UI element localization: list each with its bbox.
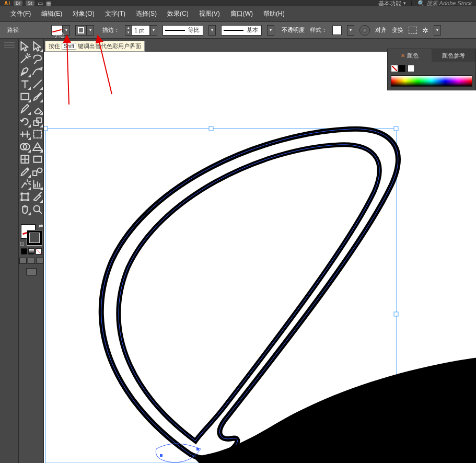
width-profile-dropdown[interactable]: ▾ bbox=[208, 25, 216, 36]
transform-link[interactable]: 变换 bbox=[392, 26, 403, 34]
stock-search[interactable]: 🔍 搜索 Adobe Stock bbox=[417, 0, 472, 7]
bridge-tab[interactable]: Br bbox=[14, 1, 22, 6]
stroke-weight-stepper[interactable]: ▴ ▾ 1 pt ▾ bbox=[125, 25, 157, 36]
draw-mode-normal[interactable] bbox=[19, 258, 27, 264]
zoom-tool[interactable] bbox=[31, 203, 44, 216]
screen-mode-button[interactable] bbox=[26, 268, 37, 275]
stroke-swatch-dropdown[interactable]: ▾ bbox=[87, 25, 94, 36]
recolor-artwork-icon[interactable] bbox=[359, 25, 370, 36]
gradient-tool[interactable] bbox=[31, 153, 44, 166]
pencil-tool[interactable] bbox=[19, 103, 31, 115]
select-similar-dropdown[interactable]: ▾ bbox=[434, 25, 441, 36]
selection-tool[interactable] bbox=[19, 40, 31, 53]
stroke-weight-field[interactable]: 1 pt bbox=[132, 25, 150, 36]
tool-panel: ⇄ ◱ bbox=[19, 39, 44, 463]
magic-wand-tool[interactable] bbox=[19, 53, 31, 65]
svg-rect-13 bbox=[44, 126, 48, 131]
eraser-tool[interactable] bbox=[31, 103, 44, 115]
menu-window[interactable]: 窗口(W) bbox=[225, 9, 258, 18]
workspace-switcher[interactable]: 基本功能 ▾ bbox=[378, 0, 406, 7]
menu-edit[interactable]: 编辑(E) bbox=[36, 9, 67, 18]
pen-tool[interactable] bbox=[19, 65, 31, 78]
svg-rect-10 bbox=[22, 194, 28, 200]
mesh-tool[interactable] bbox=[19, 153, 31, 166]
draw-mode-behind[interactable] bbox=[28, 258, 35, 264]
isolate-icon[interactable] bbox=[409, 27, 417, 34]
menu-type[interactable]: 文字(T) bbox=[100, 9, 131, 18]
color-mode-solid[interactable] bbox=[21, 248, 27, 254]
perspective-tool[interactable] bbox=[31, 141, 44, 153]
width-tool[interactable] bbox=[19, 128, 31, 141]
svg-rect-16 bbox=[394, 312, 398, 316]
stroke-weight-dropdown[interactable]: ▾ bbox=[150, 25, 157, 36]
color-panel[interactable]: ✕ 颜色 颜色参考 bbox=[387, 49, 476, 90]
grid-icon[interactable]: ▦ bbox=[46, 0, 51, 7]
shape-builder-tool[interactable] bbox=[19, 141, 31, 153]
color-mode-none[interactable] bbox=[36, 248, 42, 254]
menu-bar: 文件(F) 编辑(E) 对象(O) 文字(T) 选择(S) 效果(C) 视图(V… bbox=[0, 6, 476, 22]
stroke-weight-down[interactable]: ▾ bbox=[125, 30, 132, 36]
graphic-style-swatch[interactable] bbox=[332, 26, 342, 35]
menu-file[interactable]: 文件(F) bbox=[5, 9, 36, 18]
swap-fill-stroke-icon[interactable]: ⇄ bbox=[39, 223, 43, 229]
lasso-tool[interactable] bbox=[31, 53, 44, 65]
artboard-tool[interactable] bbox=[19, 191, 31, 203]
menu-object[interactable]: 对象(O) bbox=[67, 9, 99, 18]
brush-picker[interactable]: 基本 bbox=[221, 25, 262, 36]
stock-tab[interactable]: St bbox=[26, 1, 34, 6]
panel-white-swatch[interactable] bbox=[408, 65, 415, 72]
menu-effect[interactable]: 效果(C) bbox=[162, 9, 194, 18]
free-transform-tool[interactable] bbox=[31, 128, 44, 141]
tab-color-guide[interactable]: 颜色参考 bbox=[432, 49, 475, 62]
tab-color[interactable]: ✕ 颜色 bbox=[388, 49, 432, 62]
line-tool[interactable] bbox=[31, 78, 44, 90]
svg-rect-17 bbox=[160, 454, 162, 457]
svg-rect-7 bbox=[33, 156, 41, 163]
select-similar-icon[interactable]: ✲ bbox=[422, 26, 428, 34]
menu-view[interactable]: 视图(V) bbox=[194, 9, 225, 18]
blend-tool[interactable] bbox=[31, 166, 44, 178]
graphic-style-dropdown[interactable]: ▾ bbox=[347, 25, 354, 36]
draw-mode-inside[interactable] bbox=[36, 258, 43, 264]
hand-tool[interactable] bbox=[19, 203, 31, 216]
color-spectrum[interactable] bbox=[391, 75, 472, 87]
tab-color-label: 颜色 bbox=[407, 52, 419, 60]
svg-rect-1 bbox=[33, 121, 38, 126]
fill-stroke-indicator[interactable]: ⇄ ◱ bbox=[20, 223, 43, 246]
opacity-label[interactable]: 不透明度 bbox=[282, 26, 305, 34]
tooltip-prefix: 按住 bbox=[49, 43, 60, 49]
panel-stroke-black[interactable] bbox=[398, 65, 405, 72]
stroke-swatch[interactable] bbox=[75, 25, 87, 36]
paintbrush-tool[interactable] bbox=[31, 90, 44, 103]
direct-selection-tool[interactable] bbox=[31, 40, 44, 53]
stroke-swatch-group[interactable]: ▾ bbox=[75, 25, 94, 36]
symbol-sprayer-tool[interactable] bbox=[19, 178, 31, 191]
app-logo: Ai bbox=[4, 1, 10, 6]
curvature-tool[interactable] bbox=[31, 65, 44, 78]
search-icon: 🔍 bbox=[417, 0, 424, 7]
width-profile-picker[interactable]: 等比 bbox=[162, 25, 203, 36]
artboard[interactable] bbox=[44, 52, 476, 463]
canvas-area[interactable]: ✕ 颜色 颜色参考 bbox=[44, 39, 476, 463]
slice-tool[interactable] bbox=[31, 191, 44, 203]
selection-type-label: 路径 bbox=[4, 26, 46, 34]
stroke-indicator[interactable] bbox=[27, 230, 42, 245]
color-mode-gradient[interactable] bbox=[28, 248, 34, 254]
graphic-style-label: 样式： bbox=[310, 26, 327, 34]
rotate-tool[interactable] bbox=[19, 115, 31, 128]
close-icon[interactable]: ✕ bbox=[401, 53, 405, 59]
brush-dropdown[interactable]: ▾ bbox=[267, 25, 274, 36]
menu-help[interactable]: 帮助(H) bbox=[258, 9, 290, 18]
graph-tool[interactable] bbox=[31, 178, 44, 191]
menu-select[interactable]: 选择(S) bbox=[131, 9, 162, 18]
type-tool[interactable] bbox=[19, 78, 31, 90]
rectangle-tool[interactable] bbox=[19, 90, 31, 103]
panel-fill-none[interactable] bbox=[391, 65, 398, 72]
eyedropper-tool[interactable] bbox=[19, 166, 31, 178]
arrange-doc-icon[interactable]: ▭ bbox=[38, 0, 43, 7]
default-fill-stroke-icon[interactable]: ◱ bbox=[20, 241, 25, 246]
stroke-weight-up[interactable]: ▴ bbox=[125, 25, 132, 31]
align-link[interactable]: 对齐 bbox=[375, 26, 387, 34]
scale-tool[interactable] bbox=[31, 115, 44, 128]
tab-color-guide-label: 颜色参考 bbox=[442, 52, 465, 60]
